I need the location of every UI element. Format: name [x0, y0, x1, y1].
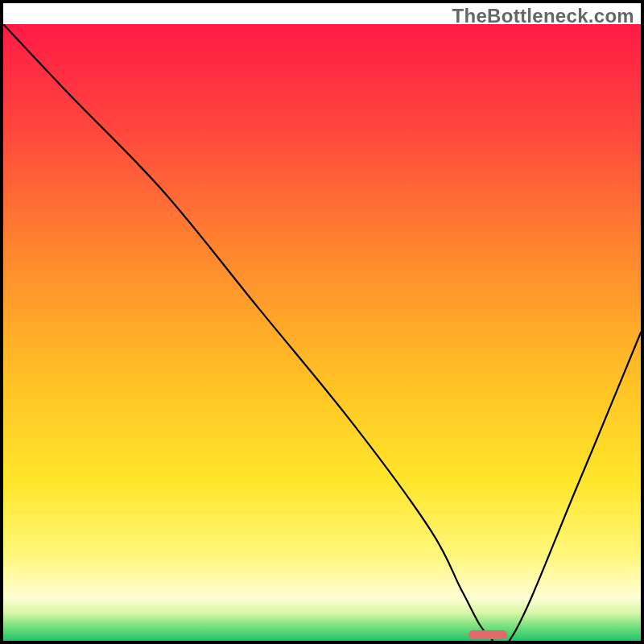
chart-frame: TheBottleneck.com [0, 0, 644, 644]
plot-area [3, 24, 641, 641]
background-gradient [3, 24, 641, 641]
optimal-range-pill [469, 630, 507, 639]
watermark-text: TheBottleneck.com [452, 5, 634, 27]
chart-svg [3, 24, 641, 641]
